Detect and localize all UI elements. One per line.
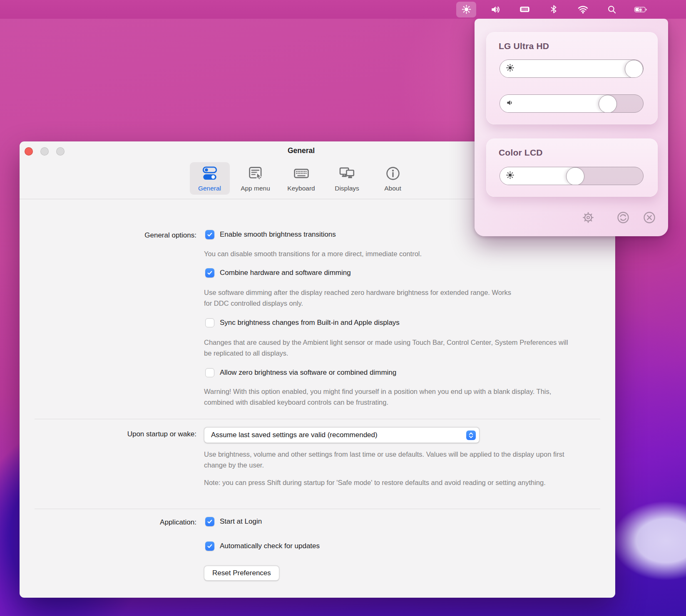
wifi-icon [577,4,589,15]
close-window-button[interactable] [25,147,33,156]
checkbox-checked-icon[interactable] [205,230,214,239]
menubar-battery-item[interactable] [631,2,651,17]
general-toggles-icon [201,166,218,183]
brightness-icon [461,4,472,15]
checkbox-label: Automatically check for updates [220,542,320,550]
tab-label: Keyboard [287,185,315,192]
window-controls [25,147,65,156]
app-menu-icon [247,166,264,183]
display-control-popover: LG Ultra HD [475,19,668,236]
lg-volume-slider[interactable] [500,94,644,113]
keyboard-brightness-icon [519,4,530,15]
tab-label: Displays [335,185,359,192]
search-icon [607,5,617,15]
bluetooth-icon [549,5,559,14]
checkbox-row-smooth-transitions[interactable]: Enable smooth brightness transitions [205,230,336,239]
close-icon[interactable] [641,210,657,225]
displays-icon [339,166,355,183]
zoom-window-button[interactable] [56,147,65,156]
slider-fill [500,95,608,112]
volume-icon [490,4,501,15]
brightness-slider-knob[interactable] [566,167,584,185]
checkbox-row-sync-brightness[interactable]: Sync brightness changes from Built-in an… [205,318,400,327]
tab-about[interactable]: About [373,162,413,195]
checkbox-checked-icon[interactable] [205,517,214,526]
display-name: Color LCD [499,148,543,158]
display-card-lg-ultra-hd: LG Ultra HD [486,32,658,124]
section-label-application: Application: [160,518,196,527]
menubar-volume-item[interactable] [485,2,505,17]
lg-brightness-slider[interactable] [500,59,644,78]
select-stepper-icon [466,430,476,440]
section-label-general-options: General options: [144,231,196,240]
refresh-icon[interactable] [615,210,631,225]
settings-gear-icon[interactable] [580,210,596,225]
note-text: Note: you can press Shift during startup… [204,477,546,488]
tab-general[interactable]: General [190,162,230,195]
display-card-color-lcd: Color LCD [486,139,658,197]
checkbox-label: Combine hardware and software dimming [220,269,351,277]
checkbox-row-start-at-login[interactable]: Start at Login [205,517,262,526]
checkbox-checked-icon[interactable] [205,542,214,551]
volume-slider-knob[interactable] [599,95,617,113]
checkbox-checked-icon[interactable] [205,268,214,277]
slider-fill [500,60,634,77]
checkbox-label: Sync brightness changes from Built-in an… [220,319,400,327]
checkbox-label: Enable smooth brightness transitions [220,230,336,239]
help-text: You can disable smooth transitions for a… [204,248,422,259]
checkbox-row-allow-zero-brightness[interactable]: Allow zero brightness via software or co… [205,368,396,377]
section-label-startup: Upon startup or wake: [127,430,196,438]
tab-keyboard[interactable]: Keyboard [281,162,321,195]
help-text: Warning! With this option enabled, you m… [204,386,581,408]
tab-app-menu[interactable]: App menu [236,162,276,195]
brightness-sun-icon [505,63,515,74]
checkbox-label: Allow zero brightness via software or co… [220,369,396,377]
tab-label: App menu [241,185,270,192]
menu-bar [0,0,686,19]
menubar-brightness-item[interactable] [456,2,476,17]
popover-actions [475,210,668,226]
help-text: Changes that are caused by the Ambient l… [204,337,572,359]
tab-label: About [384,185,401,192]
tab-label: General [198,185,221,192]
tab-displays[interactable]: Displays [327,162,367,195]
reset-preferences-button[interactable]: Reset Preferences [204,566,279,581]
volume-speaker-icon [505,99,514,109]
brightness-slider-knob[interactable] [625,60,643,78]
lcd-brightness-slider[interactable] [500,167,644,185]
checkbox-unchecked-icon[interactable] [205,368,214,377]
selected-option: Assume last saved settings are valid (re… [211,431,378,439]
battery-charging-icon [634,4,648,15]
brightness-sun-icon [505,171,515,182]
wallpaper-lavender-swirl [612,501,686,580]
startup-behavior-select[interactable]: Assume last saved settings are valid (re… [204,427,480,443]
checkbox-unchecked-icon[interactable] [205,318,214,327]
help-text: Use software dimming after the display r… [204,287,514,309]
checkbox-row-combine-dimming[interactable]: Combine hardware and software dimming [205,268,351,277]
menubar-bluetooth-item[interactable] [544,2,564,17]
menubar-search-item[interactable] [602,2,622,17]
menubar-wifi-item[interactable] [573,2,593,17]
checkbox-row-auto-updates[interactable]: Automatically check for updates [205,542,320,551]
checkbox-label: Start at Login [220,517,262,526]
section-divider [35,419,600,419]
help-text: Use brightness, volume and other setting… [204,449,570,470]
minimize-window-button[interactable] [40,147,49,156]
keyboard-icon [293,166,310,183]
section-divider [35,509,600,509]
menubar-keyboard-brightness-item[interactable] [514,2,534,17]
display-name: LG Ultra HD [499,41,549,51]
info-icon [385,166,401,183]
